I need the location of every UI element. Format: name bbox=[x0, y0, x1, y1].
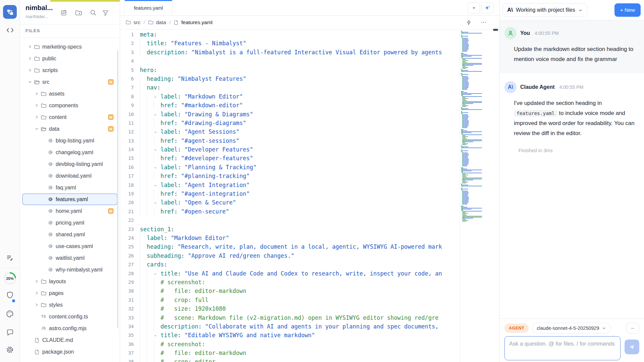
code-line[interactable]: 15href: "#developer-features" bbox=[120, 154, 460, 163]
code-line[interactable]: 28- title: "Use AI and Claude Code and C… bbox=[120, 269, 460, 278]
file-tree-item-use-cases-yaml[interactable]: use-cases.yaml bbox=[22, 240, 117, 252]
usage-meter[interactable]: 25% bbox=[4, 272, 16, 285]
code-line[interactable]: 12- label: "Agent Sessions" bbox=[120, 127, 460, 136]
send-button[interactable] bbox=[625, 340, 639, 354]
file-tree-item-scripts[interactable]: scripts bbox=[22, 64, 117, 76]
file-tree-item-astro-config-mjs[interactable]: JSastro.config.mjs bbox=[22, 322, 117, 334]
code-line[interactable]: 3description: "Nimbalyst is a full-featu… bbox=[120, 48, 460, 57]
code-line[interactable]: 19href: "#agent-integration" bbox=[120, 189, 460, 198]
code-line[interactable]: 2title: "Features - Nimbalyst" bbox=[120, 39, 460, 48]
feedback-chat-icon[interactable] bbox=[0, 328, 20, 337]
file-tree-item-layouts[interactable]: layouts bbox=[22, 276, 117, 287]
file-tree-item-features-yaml[interactable]: features.yaml bbox=[22, 193, 117, 205]
chat-input[interactable] bbox=[509, 340, 616, 356]
shield-icon[interactable] bbox=[0, 291, 20, 299]
file-tree-item-blog-listing-yaml[interactable]: blog-listing.yaml bbox=[22, 135, 117, 146]
new-folder-icon[interactable] bbox=[74, 9, 83, 17]
line-number: 28 bbox=[120, 269, 134, 278]
code-line[interactable]: 5hero: bbox=[120, 66, 460, 74]
model-selector[interactable]: claude-sonnet-4-5-20250929 bbox=[532, 323, 611, 334]
code-line[interactable]: 7nav: bbox=[120, 83, 460, 92]
file-tree-item-content-config-ts[interactable]: TScontent.config.ts bbox=[22, 311, 117, 322]
file-tree-item-pages[interactable]: pages bbox=[22, 287, 117, 299]
code-line[interactable]: 32# size: 644x362 bbox=[120, 304, 460, 313]
breadcrumb-data[interactable]: data bbox=[148, 19, 166, 25]
code-line[interactable]: 21href: "#open-secure" bbox=[120, 207, 460, 216]
code-line[interactable]: 16- label: "Planning & Tracking" bbox=[120, 163, 460, 172]
code-line[interactable]: 11href: "#drawing-diagrams" bbox=[120, 119, 460, 127]
code-line[interactable]: 31# crop: full bbox=[120, 296, 460, 304]
code-line[interactable]: 36# screenshot: bbox=[120, 340, 460, 349]
code-line[interactable]: 34description: "Collaborate with AI and … bbox=[120, 322, 460, 331]
file-tree-item-download-yaml[interactable]: download.yaml bbox=[22, 170, 117, 182]
file-tree-item-styles[interactable]: styles bbox=[22, 299, 117, 311]
file-tree-item-src[interactable]: srcM bbox=[22, 76, 117, 88]
code-line[interactable]: 35- title: "Editable WYSIWYG and native … bbox=[120, 331, 460, 340]
code-line[interactable]: 10- label: "Drawing & Diagrams" bbox=[120, 110, 460, 119]
code-line[interactable]: 1meta: bbox=[120, 30, 460, 39]
file-name: shared.yaml bbox=[56, 232, 85, 238]
ai-sparkle-button[interactable] bbox=[481, 2, 494, 14]
code-line[interactable]: 26subheading: "Approve AI red/green chan… bbox=[120, 251, 460, 260]
file-tree-item-claude-md[interactable]: CLAUDE.md bbox=[22, 334, 117, 346]
code-line[interactable]: 13href: "#agent-sessions" bbox=[120, 136, 460, 145]
editor-scrollbar[interactable] bbox=[492, 29, 499, 362]
session-selector[interactable]: A\ Working with project files bbox=[502, 3, 587, 17]
code-line[interactable]: 29# screenshot: bbox=[120, 278, 460, 287]
file-tree-item-home-yaml[interactable]: home.yamlM bbox=[22, 205, 117, 217]
code-line[interactable]: 23section_1: bbox=[120, 225, 460, 234]
code-line[interactable]: 4 bbox=[120, 57, 460, 65]
file-tree-item-content[interactable]: contentM bbox=[22, 111, 117, 123]
file-tree-item-changelog-yaml[interactable]: changelog.yaml bbox=[22, 146, 117, 158]
breadcrumb-features-yaml[interactable]: features.yaml bbox=[173, 19, 212, 25]
collapse-button[interactable]: -- bbox=[626, 323, 639, 334]
file-tree-item-devblog-listing-yaml[interactable]: devblog-listing.yaml bbox=[22, 158, 117, 170]
file-tree-item-components[interactable]: components bbox=[22, 100, 117, 111]
code-editor[interactable]: 1meta:2title: "Features - Nimbalyst"3des… bbox=[120, 29, 460, 362]
code-line[interactable]: 18- label: "Agent Integration" bbox=[120, 181, 460, 189]
more-options-icon[interactable] bbox=[479, 18, 488, 26]
code-line[interactable]: 25heading: "Research, write, plan, docum… bbox=[120, 242, 460, 251]
search-icon[interactable] bbox=[89, 9, 97, 17]
code-line[interactable]: 37# file: editor-markdown bbox=[120, 349, 460, 357]
settings-gear-icon[interactable] bbox=[0, 346, 20, 354]
code-line[interactable]: 9href: "#markdown-editor" bbox=[120, 101, 460, 110]
tab-features-yaml[interactable]: features.yaml bbox=[124, 0, 172, 15]
tab-dropdown-button[interactable] bbox=[468, 2, 480, 14]
code-line[interactable]: 20- label: "Open & Secure" bbox=[120, 198, 460, 207]
file-tree-item-why-nimbalyst-yaml[interactable]: why-nimbalyst.yaml bbox=[22, 264, 117, 276]
app-logo-icon[interactable] bbox=[3, 5, 17, 19]
editor-scrollbar-thumb[interactable] bbox=[493, 29, 498, 31]
code-line[interactable]: 27cards: bbox=[120, 260, 460, 269]
notes-edit-icon[interactable] bbox=[0, 254, 20, 262]
breadcrumb-src[interactable]: src bbox=[125, 19, 141, 25]
file-tree-item-data[interactable]: dataM bbox=[22, 123, 117, 135]
actions-lightning-icon[interactable] bbox=[465, 18, 473, 26]
file-tree-item-package-json[interactable]: package.json bbox=[22, 346, 117, 358]
file-tree-item-faq-yaml[interactable]: faq.yaml bbox=[22, 182, 117, 193]
code-line[interactable]: 22 bbox=[120, 216, 460, 225]
code-line[interactable]: 30# file: editor-markdown bbox=[120, 287, 460, 295]
code-line[interactable]: 38# crop: editor bbox=[120, 357, 460, 362]
code-view-icon[interactable] bbox=[0, 27, 20, 34]
new-chat-button[interactable]: + New bbox=[614, 3, 641, 17]
code-line[interactable]: 24label: "Markdown Editor" bbox=[120, 234, 460, 242]
explorer-scrollbar[interactable] bbox=[117, 50, 118, 328]
file-tree-item-public[interactable]: public bbox=[22, 53, 117, 64]
file-tree-item-waitlist-yaml[interactable]: waitlist.yaml bbox=[22, 252, 117, 264]
minimap[interactable] bbox=[460, 31, 492, 362]
code-line[interactable]: 17href: "#planning-tracking" bbox=[120, 172, 460, 180]
palette-icon[interactable] bbox=[0, 310, 20, 318]
file-tree-item-assets[interactable]: assets bbox=[22, 88, 117, 100]
filter-icon[interactable] bbox=[101, 9, 109, 17]
file-name: waitlist.yaml bbox=[56, 255, 85, 261]
file-tree-item-shared-yaml[interactable]: shared.yaml bbox=[22, 229, 117, 240]
code-line[interactable]: 33# scene: Markdown file (v2-migration.m… bbox=[120, 313, 460, 322]
code-line[interactable]: 14- label: "Developer Features" bbox=[120, 145, 460, 154]
new-file-icon[interactable] bbox=[60, 9, 68, 17]
code-line[interactable]: 6heading: "Nimbalyst Features" bbox=[120, 74, 460, 83]
file-tree-item-marketing-specs[interactable]: marketing-specs bbox=[22, 41, 117, 53]
file-type-icon bbox=[41, 290, 47, 296]
code-line[interactable]: 8- label: "Markdown Editor" bbox=[120, 92, 460, 101]
file-tree-item-pricing-yaml[interactable]: pricing.yaml bbox=[22, 217, 117, 229]
